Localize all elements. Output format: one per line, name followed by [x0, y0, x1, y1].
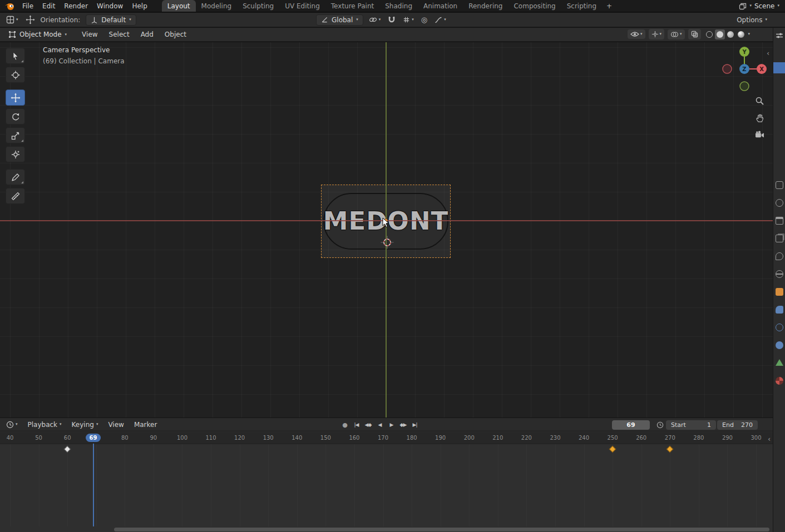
viewport-menu-add[interactable]: Add [135, 29, 159, 40]
sidebar-collapse-arrow[interactable]: ‹ [767, 49, 769, 57]
viewport-header: Object Mode ▾ ViewSelectAddObject ▾ ▾ ▾ [0, 28, 773, 42]
object-visibility-dropdown[interactable]: ▾ [628, 29, 645, 39]
properties-tab-view-layer[interactable] [776, 235, 783, 242]
properties-tab-modifiers[interactable] [776, 306, 783, 314]
play-reverse-button[interactable]: ◀ [374, 420, 385, 430]
shading-wireframe-button[interactable] [704, 29, 714, 39]
tool-transform-button[interactable] [6, 146, 25, 162]
viewport-toolbar [6, 48, 26, 207]
tool-select-button[interactable] [6, 48, 25, 64]
properties-tab-output[interactable] [776, 217, 783, 225]
viewport-3d[interactable]: MEDONT Camera Perspective (69) Collectio… [0, 42, 773, 417]
editor-type-selector[interactable]: ▾ [4, 14, 20, 25]
timeline-menu-playback[interactable]: Playback▾ [23, 419, 67, 430]
next-keyframe-button[interactable]: ◆▶ [398, 420, 408, 430]
ruler-tick-250: 250 [608, 435, 618, 441]
workspace-tab-scripting[interactable]: Scripting [561, 0, 602, 12]
shading-chevron-icon[interactable]: ▾ [748, 32, 751, 36]
xray-toggle[interactable] [688, 29, 701, 39]
timeline-menu-marker[interactable]: Marker [129, 419, 162, 430]
properties-tab-material[interactable] [776, 377, 783, 385]
workspace-tab-texture-paint[interactable]: Texture Paint [325, 0, 379, 12]
zoom-button[interactable] [752, 93, 767, 108]
tool-move-button[interactable] [6, 90, 25, 106]
properties-tab-constraints[interactable] [776, 341, 783, 349]
snap-mode-dropdown[interactable]: Global ▾ [316, 14, 363, 26]
shading-solid-button[interactable] [715, 29, 725, 39]
scene-list-chevron-icon[interactable]: ▾ [777, 4, 779, 8]
add-workspace-button[interactable]: + [602, 1, 616, 12]
record-button[interactable]: ● [339, 420, 350, 430]
previous-keyframe-button[interactable]: ◀◆ [363, 420, 373, 430]
timeline-collapse-arrow[interactable]: ‹ [768, 435, 771, 443]
tool-rotate-button[interactable] [6, 108, 25, 125]
gizmos-toggle[interactable]: ▾ [649, 29, 665, 39]
auto-keying-clock-icon[interactable] [656, 421, 664, 429]
current-frame-field[interactable]: 69 [612, 420, 650, 430]
viewport-menu-select[interactable]: Select [103, 29, 135, 40]
snap-target-dropdown[interactable]: ▾ [367, 15, 383, 24]
properties-tab-world[interactable] [776, 270, 783, 278]
properties-tab-render[interactable] [776, 199, 783, 207]
timeline-editor-type-selector[interactable]: ▾ [4, 420, 19, 430]
pan-button[interactable] [752, 110, 767, 125]
properties-tab-object-data[interactable] [776, 359, 783, 366]
play-button[interactable]: ▶ [386, 420, 397, 430]
topbar: FileEditRenderWindowHelp LayoutModelingS… [0, 0, 785, 12]
workspace-tab-shading[interactable]: Shading [379, 0, 418, 12]
blender-logo-icon[interactable] [4, 2, 14, 11]
properties-tab-scene[interactable] [776, 252, 783, 260]
scene-browse-icon[interactable] [739, 2, 747, 10]
tool-cursor-button[interactable] [6, 67, 25, 83]
navigation-gizmo[interactable]: Y X Z [720, 44, 769, 93]
timeline-editor[interactable]: ▾ Playback▾Keying▾ViewMarker ●|◀◀◆◀▶◆▶▶|… [0, 418, 773, 532]
shading-material-button[interactable] [725, 29, 735, 39]
overlays-toggle[interactable]: ▾ [668, 29, 685, 39]
scene-name[interactable]: Scene [754, 2, 775, 10]
shading-rendered-button[interactable] [736, 29, 746, 39]
menu-edit[interactable]: Edit [38, 1, 60, 12]
current-frame-badge[interactable]: 69 [86, 434, 101, 442]
menu-help[interactable]: Help [127, 1, 151, 12]
workspace-tab-rendering[interactable]: Rendering [463, 0, 508, 12]
snap-toggle[interactable] [386, 14, 397, 25]
playhead[interactable] [93, 444, 94, 526]
orientation-dropdown[interactable]: Default ▾ [86, 14, 136, 26]
frame-start-field[interactable]: Start 1 [666, 420, 716, 430]
properties-tab-physics[interactable] [776, 324, 783, 331]
options-dropdown[interactable]: Options ▾ [735, 15, 769, 25]
menu-file[interactable]: File [18, 1, 38, 12]
snap-settings-dropdown[interactable]: ▾ [401, 15, 416, 24]
cursor-3d-icon[interactable] [380, 235, 394, 250]
timeline-ruler[interactable]: 4050608090100110120130140150160170180190… [0, 432, 773, 444]
workspace-tab-modeling[interactable]: Modeling [196, 0, 238, 12]
workspace-tab-sculpting[interactable]: Sculpting [237, 0, 279, 12]
tool-annotate-button[interactable] [6, 169, 25, 185]
workspace-tab-compositing[interactable]: Compositing [508, 0, 561, 12]
properties-tab-object[interactable] [776, 288, 783, 296]
jump-to-start-button[interactable]: |◀ [351, 420, 362, 430]
timeline-menu-view[interactable]: View [103, 419, 129, 430]
camera-view-button[interactable] [752, 127, 767, 142]
tool-scale-button[interactable] [6, 127, 25, 143]
proportional-editing-toggle[interactable]: ◎ [419, 14, 429, 25]
proportional-falloff-dropdown[interactable]: ▾ [433, 16, 448, 24]
frame-end-field[interactable]: End 270 [717, 420, 758, 430]
workspace-tab-layout[interactable]: Layout [162, 0, 196, 12]
properties-editor-icon[interactable] [776, 32, 783, 39]
mode-dropdown[interactable]: Object Mode ▾ [4, 29, 71, 39]
menu-render[interactable]: Render [60, 1, 92, 12]
scene-browse-chevron-icon[interactable]: ▾ [749, 4, 752, 8]
transform-gizmo-icon[interactable] [26, 15, 35, 24]
timeline-horizontal-scrollbar[interactable] [114, 528, 769, 531]
timeline-tracks[interactable] [0, 444, 773, 526]
properties-tab-tool[interactable] [776, 181, 783, 189]
workspace-tab-uv-editing[interactable]: UV Editing [279, 0, 325, 12]
jump-to-end-button[interactable]: ▶| [409, 420, 420, 430]
tool-measure-button[interactable] [6, 188, 25, 204]
workspace-tab-animation[interactable]: Animation [418, 0, 463, 12]
timeline-menu-keying[interactable]: Keying▾ [67, 419, 103, 430]
viewport-menu-view[interactable]: View [76, 29, 103, 40]
viewport-menu-object[interactable]: Object [159, 29, 192, 40]
menu-window[interactable]: Window [92, 1, 127, 12]
